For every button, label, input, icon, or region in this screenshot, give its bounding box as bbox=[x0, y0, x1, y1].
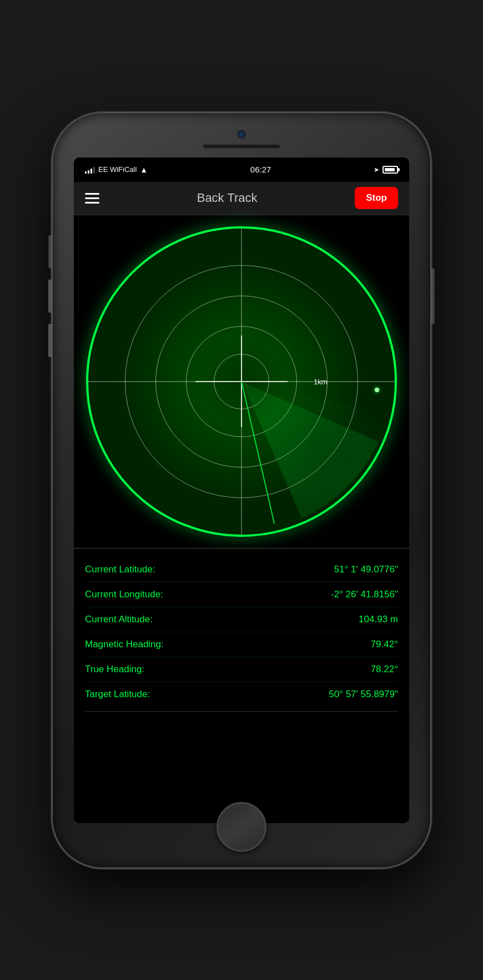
data-row: Current Altitude:104.93 m bbox=[85, 607, 398, 632]
status-right: ➤ bbox=[374, 166, 398, 174]
page-title: Back Track bbox=[197, 191, 258, 205]
bottom-divider bbox=[85, 711, 398, 712]
phone-wrapper: EE WiFiCall ▲ 06:27 ➤ bbox=[0, 0, 483, 980]
hamburger-menu-button[interactable] bbox=[85, 193, 99, 204]
carrier-label: EE WiFiCall bbox=[98, 165, 137, 174]
data-row: Magnetic Heading:79.42° bbox=[85, 632, 398, 657]
distance-label: 1km bbox=[314, 377, 328, 385]
signal-bars bbox=[85, 166, 95, 174]
data-row-label: Target Latitude: bbox=[85, 689, 150, 700]
data-row-label: Current Altitude: bbox=[85, 614, 153, 625]
radar-blip bbox=[375, 388, 379, 392]
signal-bar-4 bbox=[93, 167, 95, 174]
wifi-icon: ▲ bbox=[140, 165, 148, 174]
status-time: 06:27 bbox=[250, 165, 271, 174]
data-row: Target Latitude:50° 57' 55.8979" bbox=[85, 682, 398, 707]
data-row-value: 104.93 m bbox=[359, 614, 398, 625]
home-button[interactable] bbox=[217, 802, 266, 852]
nav-bar: Back Track Stop bbox=[74, 182, 409, 215]
data-row-value: 51° 1' 49.0776" bbox=[334, 564, 398, 575]
location-arrow-icon: ➤ bbox=[374, 166, 379, 174]
data-row-value: 78.22° bbox=[371, 664, 398, 675]
signal-bar-2 bbox=[88, 170, 89, 174]
radar-sweep bbox=[88, 229, 395, 535]
radar-display: 1km bbox=[86, 226, 397, 537]
top-hardware bbox=[203, 130, 280, 149]
battery-indicator bbox=[383, 166, 398, 174]
status-bar: EE WiFiCall ▲ 06:27 ➤ bbox=[74, 158, 409, 182]
phone-frame: EE WiFiCall ▲ 06:27 ➤ bbox=[53, 113, 430, 867]
signal-bar-1 bbox=[85, 171, 87, 174]
data-panel: Current Latitude:51° 1' 49.0776"Current … bbox=[74, 549, 409, 823]
menu-line-2 bbox=[85, 197, 99, 199]
battery-body bbox=[383, 166, 398, 174]
data-row-label: Magnetic Heading: bbox=[85, 639, 164, 650]
battery-fill bbox=[385, 168, 395, 171]
data-row-label: Current Longitude: bbox=[85, 589, 163, 600]
screen: EE WiFiCall ▲ 06:27 ➤ bbox=[74, 158, 409, 823]
status-left: EE WiFiCall ▲ bbox=[85, 165, 148, 174]
data-row-label: Current Latitude: bbox=[85, 564, 155, 575]
radar-container: 1km bbox=[74, 215, 409, 548]
camera bbox=[237, 130, 246, 139]
data-row: True Heading:78.22° bbox=[85, 657, 398, 682]
signal-bar-3 bbox=[90, 169, 92, 174]
menu-line-1 bbox=[85, 193, 99, 195]
stop-button[interactable]: Stop bbox=[355, 187, 398, 209]
data-row-label: True Heading: bbox=[85, 664, 144, 675]
data-row-value: -2° 26' 41.8156" bbox=[331, 589, 398, 600]
menu-line-3 bbox=[85, 202, 99, 204]
data-row-value: 79.42° bbox=[371, 639, 398, 650]
data-row: Current Latitude:51° 1' 49.0776" bbox=[85, 557, 398, 582]
data-row: Current Longitude:-2° 26' 41.8156" bbox=[85, 582, 398, 607]
speaker bbox=[203, 144, 280, 149]
data-row-value: 50° 57' 55.8979" bbox=[329, 689, 398, 700]
